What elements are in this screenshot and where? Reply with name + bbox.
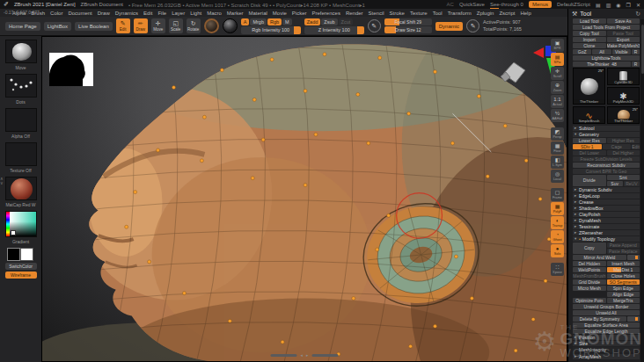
rgb-intensity-slider[interactable]: Rgb Intensity 100 [241,26,301,34]
menu-marker[interactable]: Marker [227,11,244,16]
mesh-integrity-button[interactable]: MeshIntegrity [573,347,640,352]
home-page-button[interactable]: Home Page [5,22,40,31]
rotate-mode-button[interactable]: ↻ Rotate [187,18,201,33]
ghost-button[interactable]: ◔Ghost [551,230,564,243]
rgb-button[interactable]: Rgb [267,18,282,25]
menu-preferences[interactable]: Preferences [312,11,340,16]
menu-layer[interactable]: Layer [172,11,185,16]
palette-scrollbar-thumb[interactable] [641,25,644,74]
document-canvas[interactable]: ▣BPR ▤SPix ✛Scroll ⊕Zoom 1:1Actual ½AAHa… [41,36,567,362]
spix-slider[interactable]: ▤SPix [551,53,564,66]
active-tool-slider[interactable]: TheThinker 48 [573,62,631,67]
local-button[interactable]: ◎Local [551,170,564,183]
see-through-slider[interactable]: See-through 0 [490,2,523,7]
screen-icon[interactable]: ▥ [606,2,611,8]
scroll-button[interactable]: ✛Scroll [551,67,564,80]
draw-size-slider[interactable]: Draw Size 12 [384,26,432,33]
scroll-right-icon[interactable]: ▸ [306,353,309,358]
load-tools-from-project-button[interactable]: Load Tools From Project [573,25,640,30]
menu-material[interactable]: Material [249,11,267,16]
camview-widget[interactable] [498,58,530,90]
menu-texture[interactable]: Texture [410,11,428,16]
menu-macro[interactable]: Macro [207,11,222,16]
menu-edit[interactable]: Edit [143,11,152,16]
frame-button[interactable]: ▢Frame [551,188,564,201]
edgeloop-section[interactable]: ▸EdgeLoop [573,193,640,199]
menu-zplugin[interactable]: Zplugin [477,11,494,16]
delete-symmetry-axis-slider[interactable] [627,316,640,322]
paste-append-button[interactable]: Paste Append [607,243,640,248]
goz-all-button[interactable]: All [592,49,611,54]
clone-button[interactable]: Clone [573,43,606,48]
del-hidden-button[interactable]: Del Hidden [573,261,606,266]
texture-thumbnail[interactable] [5,142,37,166]
cage-edit-button[interactable]: Edit [632,144,640,149]
move-mode-button[interactable]: ✛ Move [151,18,165,33]
mergetris-button[interactable]: MergeTris [607,298,640,303]
zadd-button[interactable]: Zadd [304,18,321,25]
switch-color-button[interactable]: SwitchColor [5,263,37,270]
transp-button[interactable]: ◐Transp [551,216,564,229]
paste-replace-button[interactable]: Paste Replace [607,249,640,254]
palette-scrollbar[interactable] [640,19,644,362]
del-higher-button[interactable]: Del Higher [607,150,640,156]
make-polymesh3d-button[interactable]: Make PolyMesh3D [607,43,640,48]
claypolish-section[interactable]: ▸ClayPolish [573,212,640,217]
maxdist-slider[interactable]: MaxDist 1 [607,267,640,272]
color-picker[interactable] [5,211,37,237]
stroke-thumbnail[interactable] [5,74,37,98]
user-icon[interactable]: ◉ [616,2,620,8]
crease-section[interactable]: ▸Crease [573,199,640,205]
reconstruct-subdiv-button[interactable]: Reconstruct Subdiv [573,163,640,168]
mrgb-button[interactable]: Mrgb [250,18,267,25]
close-holes-button[interactable]: Close Holes [607,273,640,279]
subtool-section[interactable]: ▸Subtool [573,126,640,131]
brush-thumbnail[interactable] [5,40,37,63]
scrollbar-left-bar[interactable] [270,354,296,357]
solo-button[interactable]: ●Solo [551,244,564,257]
layout-icon[interactable]: ▤ [596,2,601,8]
spin-edge-button[interactable]: Spin Edge [607,286,640,291]
xpose-button[interactable]: ∷Xpose [551,263,564,276]
equalize-surface-area-button[interactable]: Equalize Surface Area [573,322,640,328]
persp-button[interactable]: ◩Persp [551,127,564,141]
draw-mode-button[interactable]: ✏ Draw [134,18,148,33]
menu-help[interactable]: Help [520,11,531,16]
delete-by-symmetry-button[interactable]: Delete By Symmetry [573,316,626,322]
cycle-icon[interactable]: ↻ [635,11,640,18]
cage-button[interactable]: Cage [603,144,632,149]
arraymesh-section[interactable]: ▸ArrayMesh [573,354,640,359]
modify-topology-section[interactable]: ▾•Modify Topology [573,236,640,242]
mirror-weld-axis-slider[interactable] [627,255,640,260]
lower-res-button[interactable]: Lower Res [573,138,606,143]
cylinder3d-thumbnail[interactable]: Cylinder3D [607,68,640,85]
copy-tool-button[interactable]: Copy Tool [573,31,606,36]
restore-icon[interactable]: ❐ [626,2,631,8]
tessimate-section[interactable]: ▸Tessimate [573,224,640,229]
menu-document[interactable]: Document [68,11,91,16]
so-segments-slider[interactable]: SO Segments [607,279,640,285]
thinker-thumbnail[interactable]: 25* TheThinker [607,106,640,124]
shadowbox-section[interactable]: ▸ShadowBox [573,206,640,211]
canvas-scrollbar[interactable]: ◂ ▸ [270,353,338,358]
save-as-button[interactable]: Save As [607,18,640,24]
close-icon[interactable]: ✕ [636,2,640,8]
actual-button[interactable]: 1:1Actual [551,95,564,108]
position-section[interactable]: ▸Position [573,335,640,340]
edit-mode-button[interactable]: ✎ Edit [116,18,130,33]
weldpoints-button[interactable]: WeldPoints [573,267,606,272]
tool-palette-header[interactable]: ⚒ Tool ↻ [568,9,644,18]
main-color-swatch[interactable] [7,248,20,261]
tool-r-button[interactable]: R [632,62,640,67]
alpha-thumbnail[interactable] [5,108,37,132]
zcut-button[interactable]: Zcut [339,18,354,25]
menu-stroke[interactable]: Stroke [390,11,405,16]
zoom-button[interactable]: ⊕Zoom [551,81,564,94]
menu-dynamics[interactable]: Dynamics [115,11,138,16]
scale-mode-button[interactable]: ◱ Scale [169,18,183,33]
lsym-button[interactable]: ◧L.Sym [551,156,564,169]
zsub-button[interactable]: Zsub [321,18,337,25]
default-zscript-button[interactable]: DefaultZScript [557,2,590,7]
align-edge-button[interactable]: Align Edge [607,292,640,297]
polymesh3d-thumbnail[interactable]: ✱ PolyMesh3D [607,87,640,105]
